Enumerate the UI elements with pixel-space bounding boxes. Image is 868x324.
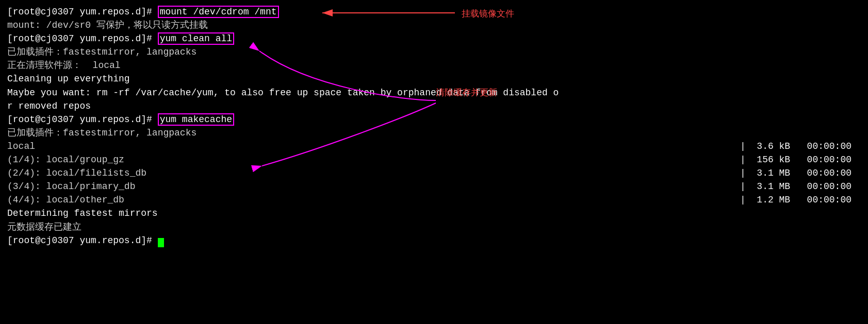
- line-9: [root@cj0307 yum.repos.d]# yum makecache: [7, 113, 861, 126]
- command-yum-makecache: yum makecache: [158, 113, 234, 126]
- line-15: (4/4): local/other_db| 1.2 MB 00:00:00: [7, 193, 861, 207]
- line-14: (3/4): local/primary_db| 3.1 MB 00:00:00: [7, 180, 861, 193]
- line-18: [root@cj0307 yum.repos.d]#: [7, 234, 861, 247]
- line-6: Cleaning up everything: [7, 72, 861, 86]
- line-4: 已加载插件：fastestmirror, langpacks: [7, 45, 861, 59]
- cursor-block: [158, 238, 164, 247]
- terminal: [root@cj0307 yum.repos.d]# mount /dev/cd…: [0, 0, 868, 324]
- line-7: Maybe you want: rm -rf /var/cache/yum, t…: [7, 86, 861, 99]
- line-2: mount: /dev/sr0 写保护，将以只读方式挂载: [7, 19, 861, 32]
- line-1: [root@cj0307 yum.repos.d]# mount /dev/cd…: [7, 5, 861, 19]
- line-3: [root@cj0307 yum.repos.d]# yum clean all: [7, 32, 861, 45]
- line-12: (1/4): local/group_gz| 156 kB 00:00:00: [7, 153, 861, 166]
- command-yum-clean: yum clean all: [158, 32, 234, 45]
- line-5: 正在清理软件源： local: [7, 59, 861, 72]
- line-10: 已加载插件：fastestmirror, langpacks: [7, 126, 861, 140]
- line-11: local| 3.6 kB 00:00:00: [7, 140, 861, 153]
- line-16: Determining fastest mirrors: [7, 207, 861, 220]
- line-17: 元数据缓存已建立: [7, 220, 861, 234]
- line-13: (2/4): local/filelists_db| 3.1 MB 00:00:…: [7, 166, 861, 180]
- line-8: r removed repos: [7, 99, 861, 113]
- command-mount: mount /dev/cdrom /mnt: [158, 6, 279, 18]
